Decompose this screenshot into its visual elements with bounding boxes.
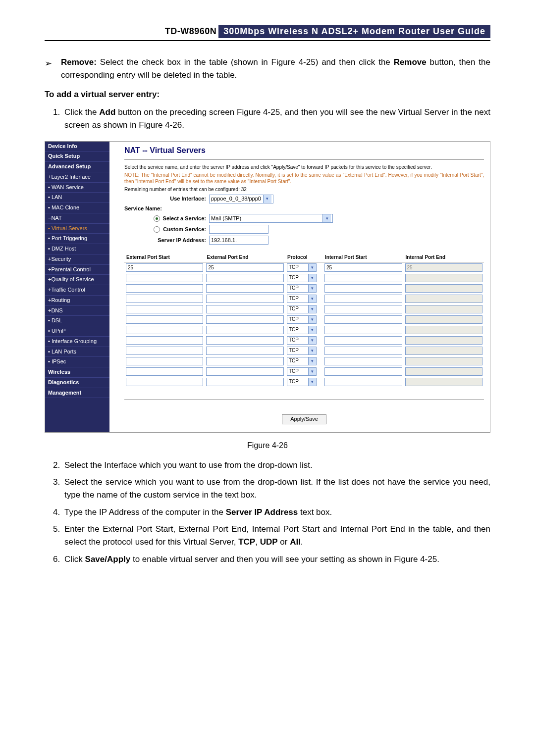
port-input[interactable] xyxy=(324,295,402,303)
protocol-select[interactable]: TCP▾ xyxy=(287,336,321,345)
select-service-dropdown[interactable]: Mail (SMTP) ▾ xyxy=(209,214,333,223)
chevron-down-icon: ▾ xyxy=(309,326,317,334)
port-input[interactable] xyxy=(206,357,283,365)
internal-port-end-input xyxy=(405,315,483,324)
nav-item[interactable]: • DSL xyxy=(45,316,109,326)
port-input[interactable] xyxy=(126,295,203,303)
port-input[interactable] xyxy=(324,367,402,376)
step-2: Select the Interface which you want to u… xyxy=(62,459,490,472)
port-input[interactable] xyxy=(324,305,402,313)
port-input[interactable] xyxy=(324,326,402,334)
port-input[interactable] xyxy=(324,315,402,324)
use-interface-select[interactable]: pppoe_0_0_38/ppp0 ▾ xyxy=(209,195,273,203)
port-input[interactable] xyxy=(324,347,402,355)
protocol-select[interactable]: TCP▾ xyxy=(287,367,321,376)
nav-item[interactable]: +Quality of Service xyxy=(45,275,109,285)
nav-item[interactable]: +Layer2 Interface xyxy=(45,172,109,183)
nav-item[interactable]: Advanced Setup xyxy=(45,162,109,172)
table-row: TCP▾ xyxy=(124,377,484,387)
port-input[interactable] xyxy=(206,305,283,313)
port-input[interactable] xyxy=(206,336,283,345)
port-input[interactable] xyxy=(126,274,203,282)
nav-item[interactable]: • Port Triggering xyxy=(45,234,109,244)
chevron-down-icon: ▾ xyxy=(309,274,317,282)
nav-item[interactable]: −NAT xyxy=(45,213,109,224)
nav-item[interactable]: +Security xyxy=(45,254,109,265)
port-input[interactable] xyxy=(206,263,283,272)
port-input[interactable] xyxy=(324,263,402,272)
protocol-select[interactable]: TCP▾ xyxy=(287,263,321,272)
nav-item[interactable]: +Routing xyxy=(45,296,109,306)
internal-port-end-input xyxy=(405,378,483,386)
protocol-select[interactable]: TCP▾ xyxy=(287,326,321,334)
nav-item[interactable]: • MAC Clone xyxy=(45,203,109,213)
protocol-select[interactable]: TCP▾ xyxy=(287,274,321,282)
port-input[interactable] xyxy=(324,378,402,386)
port-input[interactable] xyxy=(324,274,402,282)
chevron-down-icon: ▾ xyxy=(309,347,317,355)
model-number: TD-W8960N xyxy=(165,26,217,37)
nav-item[interactable]: • IPSec xyxy=(45,357,109,367)
port-input[interactable] xyxy=(324,336,402,345)
radio-select-service[interactable] xyxy=(154,215,160,222)
port-input[interactable] xyxy=(126,378,203,386)
port-input[interactable] xyxy=(206,274,283,282)
server-ip-input[interactable] xyxy=(209,236,268,245)
port-input[interactable] xyxy=(126,347,203,355)
port-input[interactable] xyxy=(206,284,283,293)
table-row: TCP▾ xyxy=(124,273,484,283)
protocol-select[interactable]: TCP▾ xyxy=(287,305,321,313)
port-input[interactable] xyxy=(206,347,283,355)
nav-item[interactable]: • DMZ Host xyxy=(45,244,109,254)
port-input[interactable] xyxy=(206,295,283,303)
port-input[interactable] xyxy=(126,315,203,324)
nav-item[interactable]: Diagnostics xyxy=(45,378,109,388)
nav-item[interactable]: • LAN Ports xyxy=(45,347,109,357)
port-input[interactable] xyxy=(126,305,203,313)
port-input[interactable] xyxy=(126,326,203,334)
nav-item[interactable]: Management xyxy=(45,388,109,399)
nav-item[interactable]: • WAN Service xyxy=(45,183,109,193)
port-input[interactable] xyxy=(206,367,283,376)
nav-item[interactable]: • Virtual Servers xyxy=(45,224,109,234)
protocol-select[interactable]: TCP▾ xyxy=(287,357,321,365)
remove-label: Remove: xyxy=(61,57,97,67)
table-row: TCP▾ xyxy=(124,262,484,273)
chevron-down-icon: ▾ xyxy=(309,305,317,313)
protocol-select[interactable]: TCP▾ xyxy=(287,284,321,293)
table-row: TCP▾ xyxy=(124,283,484,294)
custom-service-input[interactable] xyxy=(209,225,268,234)
port-input[interactable] xyxy=(206,315,283,324)
protocol-select[interactable]: TCP▾ xyxy=(287,295,321,303)
nav-item[interactable]: • LAN xyxy=(45,193,109,203)
table-row: TCP▾ xyxy=(124,356,484,366)
nav-item[interactable]: +Parental Control xyxy=(45,265,109,275)
nav-item[interactable]: Device Info xyxy=(45,142,109,152)
nav-item[interactable]: • UPnP xyxy=(45,326,109,337)
nav-item[interactable]: +DNS xyxy=(45,306,109,316)
port-input[interactable] xyxy=(126,284,203,293)
port-input[interactable] xyxy=(126,357,203,365)
port-input[interactable] xyxy=(126,263,203,272)
protocol-select[interactable]: TCP▾ xyxy=(287,315,321,324)
radio-custom-service[interactable] xyxy=(154,226,160,233)
port-input[interactable] xyxy=(324,284,402,293)
table-header: Protocol xyxy=(285,253,323,262)
internal-port-end-input xyxy=(405,274,483,282)
nav-item[interactable]: +Traffic Control xyxy=(45,285,109,296)
table-row: TCP▾ xyxy=(124,335,484,346)
label-server-ip: Server IP Address: xyxy=(124,237,209,244)
apply-save-button[interactable]: Apply/Save xyxy=(282,414,326,424)
nav-item[interactable]: • Interface Grouping xyxy=(45,337,109,347)
chevron-down-icon: ▾ xyxy=(309,284,317,293)
nav-item[interactable]: Quick Setup xyxy=(45,151,109,162)
port-input[interactable] xyxy=(206,378,283,386)
chevron-down-icon: ▾ xyxy=(309,367,317,376)
port-input[interactable] xyxy=(206,326,283,334)
port-input[interactable] xyxy=(324,357,402,365)
port-input[interactable] xyxy=(126,367,203,376)
protocol-select[interactable]: TCP▾ xyxy=(287,378,321,386)
nav-item[interactable]: Wireless xyxy=(45,367,109,378)
protocol-select[interactable]: TCP▾ xyxy=(287,347,321,355)
port-input[interactable] xyxy=(126,336,203,345)
